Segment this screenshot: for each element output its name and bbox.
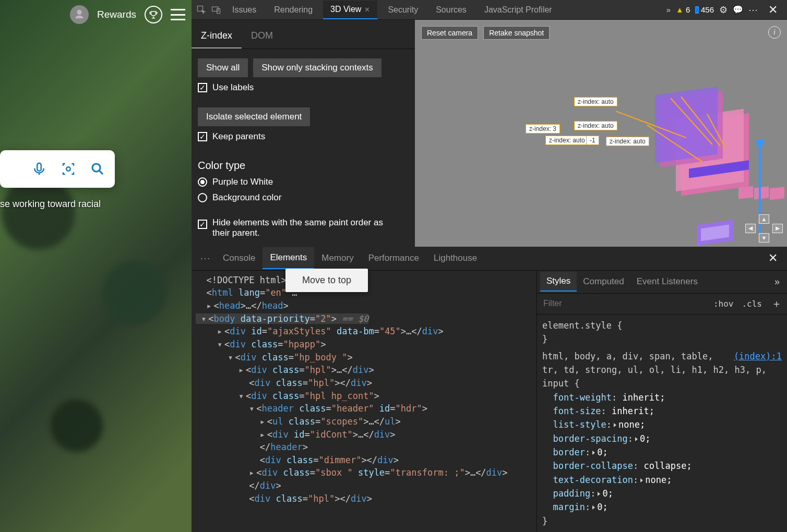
zlabel: z-index: auto — [574, 97, 617, 106]
svg-rect-19 — [754, 187, 769, 200]
avatar-icon[interactable] — [70, 5, 89, 24]
stab-computed[interactable]: Computed — [577, 272, 630, 291]
zlabel: -1 — [586, 136, 599, 145]
hamburger-menu-icon[interactable] — [171, 9, 185, 20]
gear-icon[interactable]: ⚙ — [719, 4, 728, 16]
tab-console[interactable]: Console — [216, 248, 263, 269]
microphone-icon[interactable] — [31, 161, 47, 177]
pan-controls: ▲ ▼ ◀ ▶ — [745, 214, 783, 243]
warnings-badge[interactable]: ▲6 — [676, 5, 690, 14]
styles-rules[interactable]: element.style { } html, body, a, div, sp… — [537, 315, 787, 532]
lens-icon[interactable] — [61, 161, 76, 177]
bing-page: Rewards se working toward racial — [0, 0, 192, 532]
feedback-icon[interactable]: 💬 — [733, 5, 743, 15]
radio-purple-white[interactable]: Purple to White — [198, 177, 409, 187]
svg-line-17 — [707, 112, 725, 151]
search-box[interactable] — [0, 150, 115, 188]
svg-rect-7 — [676, 109, 744, 191]
show-all-button[interactable]: Show all — [198, 58, 248, 77]
tab-lighthouse[interactable]: Lighthouse — [426, 248, 484, 269]
styles-sidebar: Styles Computed Event Listeners » :hov .… — [536, 271, 787, 532]
search-icon[interactable] — [90, 161, 105, 177]
new-style-rule-button[interactable]: ＋ — [766, 297, 787, 311]
drawer-menu-icon[interactable]: ⋯ — [196, 252, 216, 264]
devtools: Issues Rendering 3D View✕ Security Sourc… — [192, 0, 787, 532]
svg-rect-0 — [37, 163, 41, 171]
svg-rect-8 — [660, 91, 723, 168]
pan-left-button[interactable]: ◀ — [745, 224, 756, 233]
tab-js-profiler[interactable]: JavaScript Profiler — [477, 1, 559, 19]
svg-rect-6 — [681, 114, 749, 196]
tab-rendering[interactable]: Rendering — [267, 1, 320, 19]
drawer-panel: ⋯ Console Elements Memory Performance Li… — [192, 247, 787, 532]
retake-snapshot-button[interactable]: Retake snapshot — [483, 26, 550, 40]
headline-caption: se working toward racial — [0, 199, 101, 210]
cls-toggle[interactable]: .cls — [737, 299, 766, 309]
device-toggle-icon[interactable] — [210, 4, 222, 16]
info-badge[interactable]: i456 — [695, 5, 714, 14]
pan-right-button[interactable]: ▶ — [772, 224, 783, 233]
zlabel: z-index: 3 — [526, 124, 560, 134]
svg-rect-9 — [655, 87, 718, 163]
move-to-top-tooltip[interactable]: Move to top — [285, 269, 368, 292]
close-icon[interactable]: ✕ — [364, 6, 370, 14]
svg-line-15 — [671, 92, 712, 150]
info-icon[interactable]: i — [768, 26, 781, 39]
isolate-button[interactable]: Isolate selected element — [198, 107, 310, 126]
more-styles-tabs-icon[interactable]: » — [770, 276, 784, 287]
svg-rect-11 — [697, 220, 733, 246]
use-labels-checkbox[interactable]: Use labels — [198, 82, 409, 93]
hov-toggle[interactable]: :hov — [709, 299, 738, 309]
zlabel: z-index: auto — [606, 137, 649, 146]
svg-rect-20 — [770, 187, 784, 200]
tab-security[interactable]: Security — [380, 1, 425, 19]
source-link[interactable]: (index):1 — [734, 349, 782, 363]
tab-performance[interactable]: Performance — [361, 248, 426, 269]
svg-point-2 — [92, 164, 100, 172]
svg-rect-4 — [212, 7, 219, 11]
show-only-stacking-button[interactable]: Show only stacking contexts — [253, 58, 381, 77]
more-tabs-icon[interactable]: » — [666, 5, 671, 14]
dom-tree[interactable]: <!DOCTYPE html> <html lang="en" … ▸<head… — [192, 271, 536, 532]
svg-line-16 — [681, 91, 720, 152]
color-type-heading: Color type — [198, 160, 409, 172]
svg-rect-12 — [701, 225, 729, 241]
zlabel: z-index: auto — [545, 136, 589, 145]
svg-point-1 — [66, 167, 70, 171]
tab-elements[interactable]: Elements — [263, 247, 314, 269]
kebab-menu-icon[interactable]: ⋯ — [748, 4, 758, 16]
trophy-icon[interactable] — [145, 6, 162, 23]
ztab-dom[interactable]: DOM — [242, 24, 282, 49]
ztab-zindex[interactable]: Z-index — [192, 24, 242, 49]
keep-parents-checkbox[interactable]: Keep parents — [198, 131, 409, 142]
tab-sources[interactable]: Sources — [428, 1, 474, 19]
rewards-label[interactable]: Rewards — [97, 9, 136, 20]
inspect-element-icon[interactable] — [196, 4, 207, 16]
zlabel: z-index: auto — [574, 121, 617, 130]
radio-bgcolor[interactable]: Background color — [198, 192, 409, 203]
tab-3d-view[interactable]: 3D View✕ — [323, 1, 377, 19]
devtools-top-tabs: Issues Rendering 3D View✕ Security Sourc… — [192, 0, 787, 20]
svg-rect-10 — [689, 161, 749, 178]
3d-viewport[interactable]: Reset camera Retake snapshot i — [415, 20, 787, 247]
svg-line-14 — [647, 117, 702, 170]
pan-up-button[interactable]: ▲ — [759, 214, 769, 224]
tab-memory[interactable]: Memory — [314, 248, 361, 269]
svg-rect-18 — [738, 186, 753, 199]
hide-same-checkbox[interactable]: Hide elements with the same paint order … — [198, 217, 409, 238]
close-drawer-icon[interactable]: ✕ — [763, 251, 783, 265]
pan-down-button[interactable]: ▼ — [759, 233, 769, 243]
reset-camera-button[interactable]: Reset camera — [421, 26, 478, 40]
stab-events[interactable]: Event Listeners — [630, 272, 704, 291]
tab-issues[interactable]: Issues — [225, 1, 264, 19]
zindex-panel: Z-index DOM Show all Show only stacking … — [192, 20, 415, 247]
styles-filter-input[interactable] — [537, 299, 709, 308]
stab-styles[interactable]: Styles — [540, 272, 577, 292]
close-devtools-icon[interactable]: ✕ — [763, 3, 783, 17]
